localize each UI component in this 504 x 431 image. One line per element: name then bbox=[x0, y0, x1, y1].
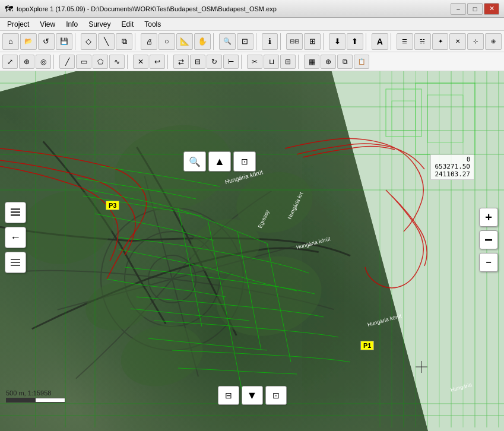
layers-button[interactable]: ⧉ bbox=[116, 33, 132, 50]
zoom-extent-button[interactable]: ⊡ bbox=[237, 33, 253, 50]
separator-11 bbox=[167, 55, 171, 69]
separator-12 bbox=[241, 55, 245, 69]
titlebar-title: topoXplore 1 (17.05.09) - D:\Documents\W… bbox=[17, 5, 277, 12]
draw-poly-button[interactable]: ⬠ bbox=[93, 55, 108, 69]
zoom-window-button[interactable]: 🔍 bbox=[219, 33, 236, 50]
line-button[interactable]: ╲ bbox=[98, 33, 115, 50]
draw-line-button[interactable]: ╱ bbox=[59, 55, 75, 69]
import-button[interactable]: ⬇ bbox=[329, 33, 345, 50]
zoom-out-button[interactable]: − bbox=[479, 230, 498, 249]
coordinate-display: 0 653271.50 241103.27 bbox=[430, 154, 474, 180]
extra1-button[interactable]: ☰ bbox=[397, 33, 413, 50]
offset-button[interactable]: ⊟ bbox=[280, 55, 296, 69]
export-button[interactable]: ⬆ bbox=[347, 33, 363, 50]
trim-button[interactable]: ✂ bbox=[247, 55, 262, 69]
polygon-button[interactable]: ◇ bbox=[81, 33, 97, 50]
undo-button[interactable]: ↩ bbox=[150, 55, 165, 69]
node-button[interactable]: ⊕ bbox=[19, 55, 34, 69]
svg-rect-46 bbox=[11, 259, 20, 260]
home-button[interactable]: ⌂ bbox=[2, 33, 19, 50]
map-down-button[interactable]: ▼ bbox=[242, 386, 263, 405]
print-button[interactable]: 🖨 bbox=[141, 33, 157, 50]
separator-2 bbox=[135, 33, 138, 50]
layers-panel-button[interactable] bbox=[5, 202, 26, 223]
svg-rect-23 bbox=[416, 83, 475, 154]
text-button[interactable]: A bbox=[372, 33, 388, 50]
grid-tool[interactable]: ⊞ bbox=[304, 33, 321, 50]
svg-rect-45 bbox=[11, 214, 20, 216]
scale-tool[interactable]: ⊟⊟ bbox=[286, 33, 303, 50]
map-search-button[interactable]: 🔍 bbox=[183, 151, 206, 172]
copy-button[interactable]: ⊟ bbox=[190, 55, 205, 69]
separator-1 bbox=[75, 33, 78, 50]
separator-10 bbox=[127, 55, 131, 69]
zoom-in-button[interactable]: + bbox=[479, 208, 498, 227]
minimize-button[interactable]: − bbox=[451, 3, 466, 15]
back-button[interactable]: ← bbox=[5, 227, 26, 248]
extra2-button[interactable]: ☵ bbox=[414, 33, 431, 50]
menu-tools[interactable]: Tools bbox=[140, 19, 166, 30]
map-top-controls: 🔍 ▲ ⊡ bbox=[183, 151, 256, 172]
map-container[interactable]: Hungária körút Hungária körút Hungária k… bbox=[0, 71, 504, 431]
separator-9 bbox=[53, 55, 57, 69]
left-panel: ← bbox=[5, 202, 26, 273]
map-lock-button[interactable]: ⊡ bbox=[265, 386, 287, 405]
right-panel: + − − bbox=[479, 208, 498, 272]
close-button[interactable]: ✕ bbox=[484, 3, 499, 15]
attr-button[interactable]: 📋 bbox=[354, 55, 369, 69]
titlebar: 🗺 topoXplore 1 (17.05.09) - D:\Documents… bbox=[0, 0, 504, 18]
svg-rect-48 bbox=[11, 265, 20, 266]
separator-8 bbox=[391, 33, 394, 50]
svg-rect-47 bbox=[11, 262, 20, 263]
scale-bar: 500 m, 1:15958 bbox=[6, 389, 65, 403]
pan-button[interactable]: ✋ bbox=[194, 33, 211, 50]
menu-survey[interactable]: Survey bbox=[84, 19, 115, 30]
pan2-button[interactable]: ⤢ bbox=[2, 55, 18, 69]
menu-info[interactable]: Info bbox=[61, 19, 83, 30]
extend-button[interactable]: ⊔ bbox=[264, 55, 279, 69]
map-pin-button[interactable]: ⊡ bbox=[233, 151, 256, 172]
separator-4 bbox=[256, 33, 259, 50]
list-button[interactable] bbox=[5, 252, 26, 273]
coord-x: 653271.50 bbox=[435, 163, 470, 170]
circle-button[interactable]: ○ bbox=[159, 33, 175, 50]
separator-7 bbox=[366, 33, 369, 50]
toolbar-main: ⌂ 📂 ↺ 💾 ◇ ╲ ⧉ 🖨 ○ 📐 ✋ 🔍 ⊡ ℹ ⊟⊟ ⊞ ⬇ ⬆ A ☰… bbox=[0, 31, 504, 52]
delete-button[interactable]: ✕ bbox=[133, 55, 148, 69]
map-nav-bottom: ⊟ ▼ ⊡ bbox=[218, 386, 287, 405]
info-button[interactable]: ℹ bbox=[262, 33, 278, 50]
save-button[interactable]: 💾 bbox=[56, 33, 72, 50]
move-button[interactable]: ⇄ bbox=[173, 55, 189, 69]
coord-y: 241103.27 bbox=[435, 170, 470, 178]
refresh-button[interactable]: ↺ bbox=[38, 33, 55, 50]
maximize-button[interactable]: □ bbox=[467, 3, 483, 15]
separator-3 bbox=[213, 33, 217, 50]
extra5-button[interactable]: ⊹ bbox=[467, 33, 484, 50]
svg-rect-44 bbox=[11, 211, 20, 213]
menubar: Project View Info Survey Edit Tools bbox=[0, 18, 504, 31]
svg-rect-24 bbox=[427, 95, 463, 142]
join-button[interactable]: ⧉ bbox=[337, 55, 353, 69]
map-up-button[interactable]: ▲ bbox=[208, 151, 231, 172]
scale-button[interactable]: ⊢ bbox=[223, 55, 239, 69]
svg-rect-43 bbox=[11, 208, 20, 210]
rotate-button[interactable]: ↻ bbox=[207, 55, 222, 69]
area-button[interactable]: ▦ bbox=[304, 55, 319, 69]
scale-text: 500 m, 1:15958 bbox=[6, 389, 65, 397]
separator-6 bbox=[323, 33, 327, 50]
extra4-button[interactable]: ✕ bbox=[449, 33, 466, 50]
explode-button[interactable]: ⊕ bbox=[321, 55, 336, 69]
draw-rect-button[interactable]: ▭ bbox=[76, 55, 91, 69]
open-button[interactable]: 📂 bbox=[20, 33, 37, 50]
snap-button[interactable]: ◎ bbox=[36, 55, 51, 69]
draw-curve-button[interactable]: ∿ bbox=[109, 55, 125, 69]
menu-project[interactable]: Project bbox=[2, 19, 34, 30]
zoom-fit-button[interactable]: − bbox=[479, 253, 498, 272]
separator-13 bbox=[298, 55, 302, 69]
extra6-button[interactable]: ⊕ bbox=[485, 33, 502, 50]
extra3-button[interactable]: ✦ bbox=[432, 33, 449, 50]
map-frame-button[interactable]: ⊟ bbox=[218, 386, 239, 405]
menu-edit[interactable]: Edit bbox=[117, 19, 139, 30]
menu-view[interactable]: View bbox=[35, 19, 60, 30]
measure-button[interactable]: 📐 bbox=[176, 33, 193, 50]
